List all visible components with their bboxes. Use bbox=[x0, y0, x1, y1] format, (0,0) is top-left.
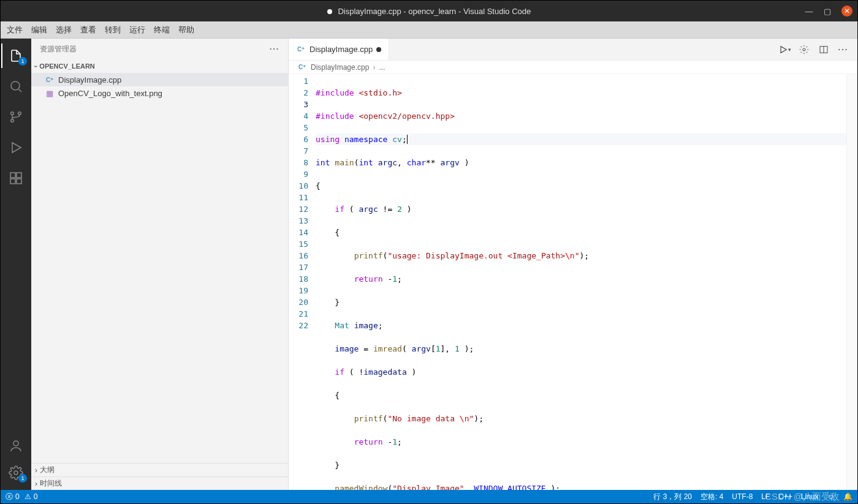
menu-go[interactable]: 转到 bbox=[105, 24, 121, 36]
ellipsis-icon: ··· bbox=[838, 45, 849, 54]
breadcrumb-more: ... bbox=[379, 63, 385, 72]
split-editor-button[interactable] bbox=[817, 43, 830, 56]
image-icon: ▦ bbox=[45, 88, 55, 98]
menu-selection[interactable]: 选择 bbox=[56, 24, 72, 36]
window-title: DisplayImage.cpp - opencv_learn - Visual… bbox=[1, 7, 857, 16]
menu-file[interactable]: 文件 bbox=[7, 24, 23, 36]
status-warnings[interactable]: ⚠0 bbox=[25, 492, 38, 501]
code-area[interactable]: 12345678910111213141516171819202122 #inc… bbox=[289, 74, 857, 490]
folder-name: OPENCV_LEARN bbox=[39, 62, 94, 70]
status-spaces[interactable]: 空格: 4 bbox=[700, 492, 723, 502]
svg-point-3 bbox=[18, 112, 21, 115]
code-content[interactable]: #include <stdio.h> #include <opencv2/ope… bbox=[316, 74, 846, 490]
file-name: DisplayImage.cpp bbox=[58, 75, 121, 85]
folder-header[interactable]: › OPENCV_LEARN bbox=[31, 59, 288, 73]
chevron-right-icon: › bbox=[373, 63, 375, 72]
svg-point-1 bbox=[11, 112, 14, 115]
menu-view[interactable]: 查看 bbox=[80, 24, 96, 36]
file-row[interactable]: C⁺ DisplayImage.cpp bbox=[31, 73, 288, 86]
svg-point-9 bbox=[14, 471, 18, 475]
svg-point-2 bbox=[11, 119, 14, 122]
timeline-panel[interactable]: › 时间线 bbox=[31, 476, 288, 490]
gear-icon bbox=[799, 45, 809, 55]
menu-run[interactable]: 运行 bbox=[129, 24, 145, 36]
statusbar: ⓧ0 ⚠0 行 3，列 20 空格: 4 UTF-8 LF C++ Linux … bbox=[1, 490, 857, 503]
explorer-badge: 1 bbox=[18, 57, 27, 66]
status-bell[interactable]: 🔔 bbox=[843, 492, 852, 501]
svg-rect-6 bbox=[17, 179, 21, 184]
file-name: OpenCV_Logo_with_text.png bbox=[58, 89, 162, 98]
titlebar: DisplayImage.cpp - opencv_learn - Visual… bbox=[1, 1, 857, 21]
dirty-indicator-icon bbox=[327, 9, 332, 14]
branch-icon bbox=[9, 110, 23, 124]
file-row[interactable]: ▦ OpenCV_Logo_with_text.png bbox=[31, 86, 288, 100]
svg-point-0 bbox=[11, 81, 20, 90]
account-icon bbox=[9, 438, 23, 453]
status-errors[interactable]: ⓧ0 bbox=[6, 492, 20, 502]
menu-help[interactable]: 帮助 bbox=[178, 24, 194, 36]
chevron-right-icon: › bbox=[35, 480, 37, 488]
activity-bar: 1 1 bbox=[1, 39, 31, 490]
settings-badge: 1 bbox=[18, 474, 27, 483]
line-gutter: 12345678910111213141516171819202122 bbox=[289, 74, 316, 490]
outline-label: 大纲 bbox=[40, 465, 55, 475]
explorer-sidebar: 资源管理器 ··· › OPENCV_LEARN C⁺ DisplayImage… bbox=[31, 39, 289, 490]
cpp-icon: C⁺ bbox=[45, 75, 55, 85]
breadcrumb[interactable]: C⁺ DisplayImage.cpp › ... bbox=[289, 61, 857, 74]
editor-area: C⁺ DisplayImage.cpp ▾ ··· C⁺ DisplayImag… bbox=[289, 39, 857, 490]
status-position[interactable]: 行 3，列 20 bbox=[653, 492, 692, 502]
editor-actions: ▾ ··· bbox=[770, 39, 857, 60]
error-icon: ⓧ bbox=[6, 492, 13, 502]
menubar: 文件 编辑 选择 查看 转到 运行 终端 帮助 bbox=[1, 21, 857, 39]
activity-scm[interactable] bbox=[1, 105, 31, 129]
svg-rect-7 bbox=[17, 173, 21, 178]
tab-label: DisplayImage.cpp bbox=[309, 45, 373, 54]
cpp-icon: C⁺ bbox=[297, 62, 307, 72]
warning-icon: ⚠ bbox=[25, 492, 31, 501]
menu-terminal[interactable]: 终端 bbox=[154, 24, 170, 36]
app-window: DisplayImage.cpp - opencv_learn - Visual… bbox=[0, 0, 858, 504]
tabs-row: C⁺ DisplayImage.cpp ▾ ··· bbox=[289, 39, 857, 61]
cpp-icon: C⁺ bbox=[296, 45, 306, 55]
timeline-label: 时间线 bbox=[40, 478, 62, 489]
bell-icon: 🔔 bbox=[843, 492, 852, 501]
split-icon bbox=[819, 45, 829, 55]
body: 1 1 bbox=[1, 39, 857, 490]
svg-point-10 bbox=[803, 48, 805, 51]
search-icon bbox=[9, 79, 23, 94]
status-encoding[interactable]: UTF-8 bbox=[732, 492, 753, 501]
activity-explorer[interactable]: 1 bbox=[1, 43, 31, 68]
run-icon bbox=[9, 140, 23, 155]
activity-run[interactable] bbox=[1, 135, 31, 160]
breadcrumb-file: DisplayImage.cpp bbox=[311, 63, 369, 72]
more-button[interactable]: ··· bbox=[837, 43, 850, 56]
sidebar-more-icon[interactable]: ··· bbox=[270, 45, 279, 53]
activity-search[interactable] bbox=[1, 74, 31, 99]
svg-rect-5 bbox=[10, 179, 15, 184]
minimap[interactable] bbox=[846, 74, 857, 490]
svg-rect-4 bbox=[10, 173, 15, 178]
extensions-icon bbox=[9, 171, 23, 186]
config-button[interactable] bbox=[797, 43, 811, 56]
title-text: DisplayImage.cpp - opencv_learn - Visual… bbox=[338, 7, 531, 16]
menu-edit[interactable]: 编辑 bbox=[31, 24, 47, 36]
editor-tab[interactable]: C⁺ DisplayImage.cpp bbox=[289, 39, 389, 60]
chevron-down-icon: › bbox=[32, 65, 39, 67]
run-button[interactable]: ▾ bbox=[778, 43, 791, 56]
activity-settings[interactable]: 1 bbox=[1, 461, 31, 485]
play-icon bbox=[778, 45, 788, 55]
activity-extensions[interactable] bbox=[1, 166, 31, 190]
tab-dirty-icon bbox=[376, 47, 381, 52]
svg-point-8 bbox=[13, 441, 18, 446]
chevron-right-icon: › bbox=[35, 466, 37, 475]
watermark: CSDN @八面受敌 bbox=[765, 491, 840, 503]
outline-panel[interactable]: › 大纲 bbox=[31, 463, 288, 476]
sidebar-header: 资源管理器 ··· bbox=[31, 39, 288, 59]
activity-account[interactable] bbox=[1, 434, 31, 458]
sidebar-title: 资源管理器 bbox=[40, 44, 77, 55]
